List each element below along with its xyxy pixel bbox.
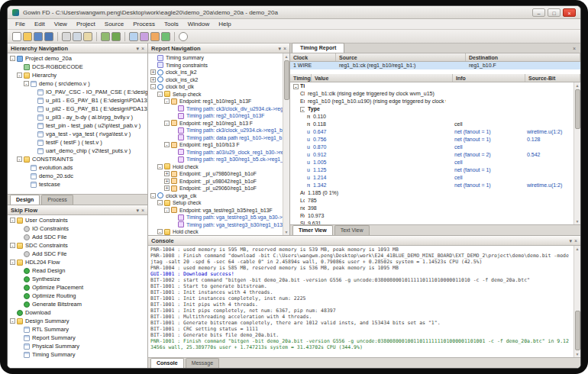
undo-icon[interactable] <box>101 32 110 41</box>
path-table-row[interactable]: Arrival Time1.185 (0 1%) <box>290 189 573 197</box>
process-item-add-sdc-file[interactable]: Add SDC File <box>8 250 147 258</box>
nav-item-clock-bd-clk[interactable]: -clock bd_clk <box>148 83 283 91</box>
hierarchy-item-hierarchy[interactable]: -Hierarchy <box>8 71 147 79</box>
process-item-timing-summary[interactable]: Timing Summary <box>8 350 147 359</box>
hierarchy-item-demo-src-demo-v[interactable]: -demo ( src\demo.v ) <box>8 79 147 88</box>
nav-item-timing-path-reg3-b30-reg1-b5-ck-reg1-b30-reg1-b1d[interactable]: Timing path: reg3_b30/reg1_b5.ck->reg1_b… <box>148 156 283 163</box>
new-icon[interactable] <box>12 32 21 41</box>
process-item-optimize-routing[interactable]: Optimize Routing <box>8 292 147 300</box>
nav-item-timing-path-vga-test-reg3-b5-vga-b30-vga-b13f[interactable]: Timing path: vga_test/reg3_b5.vga_b30->v… <box>148 214 283 221</box>
nav-item-timing-summary[interactable]: Timing summary <box>148 54 283 62</box>
path-table-row[interactable]: -Timing path (ck1/l2 "ck"->reg1_b10.I)->… <box>290 82 573 90</box>
collapse-icon[interactable]: - <box>17 156 22 162</box>
expand-icon[interactable]: + <box>150 69 156 75</box>
nav-item-clock-ins-ck2[interactable]: +clock_ins_ck2 <box>148 76 283 84</box>
help-icon[interactable] <box>179 32 188 41</box>
panel-float-icon[interactable]: ▾ <box>136 44 139 53</box>
hierarchy-item-u-pll1-eg-pay-b1-e-design-pda1354-ref-v[interactable]: u_pll1 - EG_PAY_B1 ( E:\design\PDA1354\r… <box>8 96 147 105</box>
collapse-icon[interactable]: - <box>150 84 156 89</box>
nav-item-timing-path-vga-test-reg3-b30-reg1-b13f[interactable]: Timing path: vga_test/reg3_b30/reg1_b13F <box>148 221 283 229</box>
collapse-icon[interactable]: - <box>10 260 15 265</box>
path-table-row[interactable]: u46/lout_u_u43 b5 (u45)0.912net (fanout … <box>290 151 573 159</box>
nav-item-clock-ins-jk2[interactable]: +clock_ins_jk2 <box>148 69 283 76</box>
scrollbar-thumb[interactable] <box>575 311 580 350</box>
hierarchy-tab-process[interactable]: Process <box>41 195 73 205</box>
hierarchy-item-testf-testf-test-v[interactable]: testF ( testF ) ( test.v ) <box>8 138 147 147</box>
hierarchy-item-dcs-rgbdecode[interactable]: DCS-RGBDECODE <box>8 63 147 71</box>
process-item-sdc-constraints[interactable]: -SDC Constraints <box>8 241 147 250</box>
panel-float-icon[interactable]: ▾ <box>136 206 139 214</box>
expand-icon[interactable]: + <box>164 179 170 184</box>
maximize-button[interactable]: □ <box>548 8 561 17</box>
path-table-row[interactable]: u47/u_u2954 b1 (u46)1.125net (fanout = 1… <box>290 166 573 174</box>
console-scrollbar[interactable]: ▲ ▼ <box>573 246 580 357</box>
collapse-icon[interactable]: - <box>17 73 22 78</box>
copy-icon[interactable] <box>73 32 82 41</box>
scroll-up-icon[interactable]: ▲ <box>576 82 580 89</box>
cut-icon[interactable] <box>62 32 71 41</box>
hierarchy-item-test-pin-test-pab-u2-p-test-pab-v[interactable]: test_pin - test_pab ( u2\p\test_pab.v ) <box>8 121 147 130</box>
nav-item-timing-path-ck3-clock-u2934-ck-reg1-b10-reg1-b14[interactable]: Timing path: ck3/clock_u2934.ck->reg1_b1… <box>148 127 283 134</box>
menu-tools[interactable]: Tools <box>160 19 183 30</box>
expand-icon[interactable]: + <box>164 185 170 191</box>
collapse-icon[interactable]: - <box>164 121 170 126</box>
nav-item-hold-check[interactable]: -Hold check <box>148 163 283 171</box>
collapse-icon[interactable]: - <box>157 229 163 234</box>
collapse-icon[interactable]: - <box>157 92 163 97</box>
collapse-icon[interactable]: - <box>10 318 15 324</box>
path-table-row[interactable]: u46/lout_u_u43 u1901.005cell <box>290 159 573 166</box>
process-item-generate-bitstream[interactable]: Generate Bitstream <box>8 300 147 308</box>
console-tab-message[interactable]: Message <box>186 358 219 368</box>
path-table-row[interactable]: End Pointreg1_b10 (reg1_b10.u190) (risin… <box>290 98 573 105</box>
menu-edit[interactable]: Edit <box>30 19 50 30</box>
path-table-row[interactable]: reg1_b1 u1900.118cell <box>290 121 573 128</box>
redo-icon[interactable] <box>111 32 121 41</box>
menu-process[interactable]: Process <box>128 19 160 30</box>
menu-help[interactable]: Help <box>214 19 235 30</box>
program-icon[interactable] <box>161 32 170 41</box>
process-item-user-constraints[interactable]: -User Constraints <box>8 216 147 224</box>
process-item-physical-summary[interactable]: Physical Summary <box>8 342 147 350</box>
path-table-row[interactable]: net398 <box>290 205 573 212</box>
minimize-button[interactable]: – <box>532 8 545 17</box>
nav-item-endpoint-reg1-b10-reg1-b13f[interactable]: -Endpoint: reg1_b10/reg1_b13F <box>148 98 283 105</box>
menu-window[interactable]: Window <box>183 19 214 30</box>
scrollbar-thumb[interactable] <box>284 60 289 100</box>
close-button[interactable]: × <box>563 8 576 17</box>
process-item-report-summary[interactable]: Report Summary <box>8 334 147 342</box>
hierarchy-item-vga-test-vga-test-r-vga-test-v[interactable]: vga_test - vga_test ( r\vga\test.v ) <box>8 130 147 138</box>
synth-icon[interactable] <box>140 32 149 41</box>
collapse-icon[interactable]: - <box>164 142 170 147</box>
panel-close-icon[interactable]: × <box>283 44 286 53</box>
process-item-hdl204-flow[interactable]: -HDL204 Flow <box>8 258 147 266</box>
path-table-row[interactable]: -SourceType <box>290 105 573 113</box>
process-item-optimize-placement[interactable]: Optimize Placement <box>8 283 147 292</box>
nav-item-timing-path-data-path-reg1-b10-reg1-b10-reg1-b14[interactable]: Timing path: data path reg1_b10->reg1_b1… <box>148 134 283 142</box>
save-icon[interactable] <box>34 32 43 41</box>
nav-scrollbar[interactable]: ▲ ▼ <box>283 53 289 235</box>
nav-item-hold-check[interactable]: -Hold check <box>148 228 283 235</box>
tab-timing-report[interactable]: Timing Report <box>292 43 344 53</box>
console-tab-console[interactable]: Console <box>150 358 184 368</box>
hierarchy-item-demo-20-sdc[interactable]: demo_20.sdc <box>8 172 147 180</box>
pnr-icon[interactable] <box>150 32 160 41</box>
process-item-read-design[interactable]: Read Design <box>8 266 147 275</box>
nav-item-endpoint-vga-test-reg3-b35-reg1-b13f[interactable]: -Endpoint: vga_test/reg3_b35/reg1_b13F <box>148 207 283 214</box>
collapse-icon[interactable]: - <box>157 164 163 169</box>
nav-item-endpoint-pl-u79860-reg1-b1of[interactable]: +Endpoint: _pl_u79860/reg1_b1oF <box>148 170 283 178</box>
hierarchy-item-constraints[interactable]: -CONSTRAINTS <box>8 155 147 163</box>
panel-close-icon[interactable]: × <box>141 206 144 214</box>
report-view-tab-timer-view[interactable]: Timer View <box>292 225 333 235</box>
nav-item-clock-vga-clk[interactable]: -clock vga_clk <box>148 192 283 200</box>
process-item-rtl-summary[interactable]: RTL Summary <box>8 325 147 334</box>
path-table-row[interactable]: reg1_b10 d (u48)1.342net (fanout = 1)wir… <box>290 182 573 189</box>
save-all-icon[interactable] <box>44 32 53 41</box>
collapse-icon[interactable]: - <box>164 208 170 213</box>
path-table-row[interactable]: reg1_b1 ck0.110 <box>290 113 573 121</box>
process-item-add-sdc-file[interactable]: Add SDC File <box>8 233 147 241</box>
path-table-row[interactable]: Required time10.973 <box>290 212 573 220</box>
collapse-icon[interactable]: - <box>24 81 29 86</box>
nav-item-setup-check[interactable]: -Setup check <box>148 91 283 98</box>
collapse-icon[interactable]: - <box>150 193 156 198</box>
path-table-row[interactable]: u44/lout_u_u2954 ck0.756net (fanout = 1)… <box>290 136 573 143</box>
